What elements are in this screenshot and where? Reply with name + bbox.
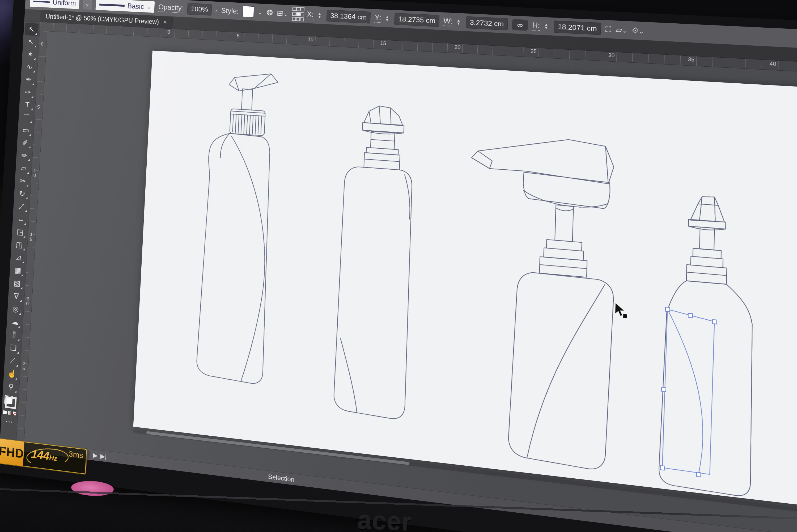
chevron-down-icon[interactable]: ⌄: [258, 9, 263, 16]
rotate-tool[interactable]: ↻: [15, 187, 29, 201]
distort-options-icon[interactable]: ⟐⌄: [632, 26, 644, 35]
ruler-number: 0: [167, 29, 170, 35]
selection-cursor: [613, 302, 629, 321]
ruler-number: 5: [237, 33, 240, 39]
selected-path: [660, 307, 717, 478]
direct-selection-tool[interactable]: ↖: [24, 35, 38, 48]
scissors-tool[interactable]: ✂: [16, 174, 30, 188]
response-time: 3ms: [69, 450, 84, 460]
ruler-number: 10: [33, 168, 37, 178]
close-icon[interactable]: ×: [163, 19, 167, 26]
stepper-icon[interactable]: ▲▼: [317, 12, 321, 18]
artboard-tool[interactable]: ❏: [6, 341, 20, 355]
y-label: Y:: [375, 13, 382, 23]
stepper-icon[interactable]: ▲▼: [457, 19, 460, 25]
ruler-number: 40: [770, 61, 776, 68]
artboard[interactable]: [133, 51, 797, 514]
ruler-number: 0: [40, 42, 44, 47]
toolbar-ellipsis[interactable]: ⋯: [2, 414, 16, 429]
ruler-number: 35: [688, 57, 694, 63]
align-options-icon[interactable]: ⊞⌄: [277, 9, 288, 18]
ruler-number: 15: [380, 40, 386, 46]
none-chip: [12, 411, 17, 416]
stepper-icon[interactable]: ▲▼: [385, 15, 389, 21]
ruler-number: 15: [29, 232, 33, 242]
bottle-line-art: [133, 51, 797, 514]
laptop: Uniform ⌄ Basic ⌄ Opacity: 100% › Style:…: [0, 0, 797, 532]
selection-tool[interactable]: ↖: [25, 23, 38, 36]
reference-point-grid[interactable]: [292, 7, 303, 21]
magic-wand-tool[interactable]: ✶: [23, 48, 37, 61]
recolor-artwork-icon[interactable]: ❂: [266, 8, 273, 17]
pen-tool[interactable]: ✒: [22, 73, 36, 86]
slice-tool[interactable]: ⟋: [5, 354, 20, 368]
shape-builder-tool[interactable]: ◫: [12, 238, 26, 252]
constrain-proportions-icon[interactable]: ∞: [512, 19, 528, 31]
fhd-label: FHD: [0, 439, 24, 467]
perspective-grid-tool[interactable]: ⊿: [12, 251, 25, 265]
stroke-swatch[interactable]: [5, 396, 17, 409]
last-artboard-icon[interactable]: ▶|: [100, 452, 107, 461]
hand-tool[interactable]: ☝: [5, 367, 19, 381]
ruler-number: 10: [308, 37, 314, 43]
pump-bottle-3: [461, 133, 618, 471]
pump-bottle-2: [333, 104, 416, 420]
eraser-tool[interactable]: ▱: [17, 162, 31, 175]
pencil-tool[interactable]: ✏: [18, 149, 31, 163]
color-chip: [3, 410, 7, 415]
pump-bottle-1: [196, 70, 278, 385]
ruler-number: 5: [37, 104, 41, 110]
stroke-profile-label: Uniform: [53, 0, 76, 7]
refresh-rate: 144: [31, 448, 50, 462]
ruler-number: 20: [25, 296, 30, 307]
stepper-icon[interactable]: ▲▼: [544, 23, 548, 30]
shear-options-icon[interactable]: ▱⌄: [615, 25, 628, 35]
column-graph-tool[interactable]: ⫼: [7, 328, 21, 342]
stroke-profile-dropdown[interactable]: Uniform: [30, 0, 79, 9]
scale-tool[interactable]: ⤢: [15, 200, 29, 213]
brush-definition-label: Basic: [127, 2, 144, 11]
width-tool[interactable]: ↔: [14, 212, 28, 226]
brush-preview: [99, 3, 125, 7]
next-artboard-icon[interactable]: ▶: [93, 452, 98, 459]
mesh-tool[interactable]: ▦: [11, 264, 25, 278]
symbol-sprayer-tool[interactable]: ☁: [8, 315, 22, 329]
w-field[interactable]: 3.2732 cm: [466, 16, 508, 30]
type-tool[interactable]: T: [20, 98, 34, 112]
transform-options-icon[interactable]: ⛶: [605, 25, 611, 34]
screen-bezel: Uniform ⌄ Basic ⌄ Opacity: 100% › Style:…: [0, 0, 797, 532]
eyedropper-tool[interactable]: ∇: [9, 289, 23, 303]
x-label: X:: [307, 10, 314, 19]
curvature-tool[interactable]: ✑: [21, 86, 35, 99]
status-mode-label: Selection: [268, 473, 295, 484]
style-label: Style:: [221, 6, 239, 15]
chevron-down-icon[interactable]: ⌄: [82, 0, 92, 10]
lasso-tool[interactable]: ∿: [23, 60, 36, 74]
opacity-more-icon[interactable]: ›: [215, 7, 217, 13]
line-segment-tool[interactable]: ⌒: [20, 111, 34, 124]
style-swatch[interactable]: [242, 6, 254, 18]
acer-logo: acer: [357, 506, 412, 532]
pump-bottle-4: [659, 193, 756, 497]
ruler-number: 20: [454, 44, 460, 51]
zoom-tool[interactable]: ⚲: [4, 380, 18, 394]
opacity-label[interactable]: Opacity:: [158, 3, 184, 13]
ruler-number: 25: [22, 361, 26, 372]
gradient-tool[interactable]: ▧: [10, 277, 24, 290]
y-field[interactable]: 18.2735 cm: [394, 13, 440, 27]
gradient-chip: [7, 411, 12, 415]
opacity-field[interactable]: 100%: [187, 3, 212, 16]
x-field[interactable]: 38.1364 cm: [326, 10, 371, 23]
h-field[interactable]: 18.2071 cm: [554, 20, 601, 35]
w-label: W:: [443, 17, 453, 26]
rectangle-tool[interactable]: ▭: [19, 124, 33, 137]
blend-tool[interactable]: ◎: [8, 302, 23, 316]
ruler-number: 25: [531, 48, 537, 55]
h-label: H:: [532, 21, 540, 31]
stroke-profile-preview: [33, 1, 50, 3]
brush-definition-dropdown[interactable]: Basic ⌄: [95, 0, 155, 13]
paintbrush-tool[interactable]: ✐: [18, 136, 32, 150]
fill-stroke-swatches[interactable]: [4, 395, 17, 409]
ruler-number: 30: [608, 52, 614, 59]
free-transform-tool[interactable]: ◳: [13, 225, 27, 239]
